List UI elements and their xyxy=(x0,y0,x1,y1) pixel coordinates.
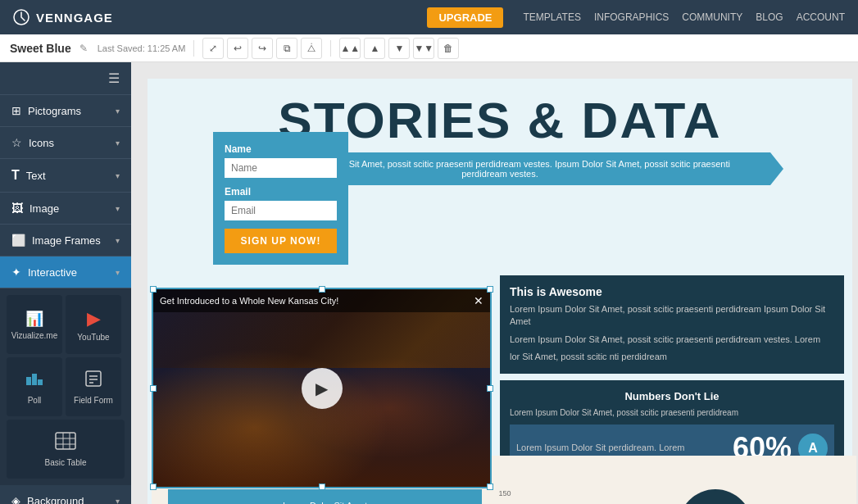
email-input[interactable] xyxy=(225,201,337,220)
video-title-bar: Get Introduced to a Whole New Kansas Cit… xyxy=(153,289,490,312)
speech-bubble: Ipsum Dolor Sit Amet xyxy=(679,489,752,504)
nav-community[interactable]: COMMUNITY xyxy=(682,11,742,23)
background-icon: ◈ xyxy=(11,494,20,504)
pictogram-content: Ipsum Dolor Sit Amet 2015 Ipsum Dolor Si… xyxy=(168,489,840,504)
video-title-text: Get Introduced to a Whole New Kansas Cit… xyxy=(160,296,338,306)
toolbar-delete[interactable]: 🗑 xyxy=(438,38,459,59)
toolbar-separator2 xyxy=(330,40,331,57)
vizualize-icon: 📊 xyxy=(25,310,43,328)
toolbar-send-backward[interactable]: ▼ xyxy=(388,38,410,59)
interactive-icon: ✦ xyxy=(11,266,21,279)
numbers-title: Numbers Don't Lie xyxy=(510,390,834,402)
toolbar-undo[interactable]: ↩ xyxy=(227,38,248,59)
toolbar-resize[interactable]: ⤢ xyxy=(202,38,224,59)
image-icon: 🖼 xyxy=(11,202,23,215)
chevron-down-icon: ▾ xyxy=(116,236,120,245)
toolbar-paste[interactable]: ⧊ xyxy=(301,38,322,59)
chevron-down-icon: ▾ xyxy=(116,138,120,148)
toolbar-redo[interactable]: ↪ xyxy=(252,38,273,59)
sub-item-youtube[interactable]: ▶ YouTube xyxy=(66,295,121,354)
sidebar-item-label: Icons xyxy=(29,137,54,149)
play-button[interactable]: ▶ xyxy=(302,368,343,409)
sidebar-item-label: Pictograms xyxy=(28,105,81,117)
editor-bar: Sweet Blue ✎ Last Saved: 11:25 AM ⤢ ↩ ↪ … xyxy=(0,34,858,62)
main-layout: ☰ ⊞ Pictograms ▾ ☆ Icons ▾ T Text ▾ xyxy=(0,62,858,504)
sidebar: ☰ ⊞ Pictograms ▾ ☆ Icons ▾ T Text ▾ xyxy=(0,62,131,504)
signup-button[interactable]: SIGN UP NOW! xyxy=(225,229,337,253)
sub-item-basic-table[interactable]: Basic Table xyxy=(7,420,125,479)
selection-handle-br[interactable] xyxy=(487,484,493,490)
chevron-down-icon: ▾ xyxy=(116,107,120,116)
year-block: Ipsum Dolor Sit Amet 2015 Ipsum Dolor Si… xyxy=(168,489,482,504)
sidebar-item-label: Image xyxy=(30,202,59,215)
logo: VENNGAGE xyxy=(13,9,113,25)
selection-handle-mr[interactable] xyxy=(487,385,493,392)
chevron-down-icon: ▾ xyxy=(116,204,120,213)
icons-icon: ☆ xyxy=(11,136,22,149)
sidebar-header: ☰ xyxy=(0,62,131,95)
basic-table-icon xyxy=(54,431,77,455)
field-form-icon xyxy=(84,369,103,393)
svg-rect-1 xyxy=(26,377,31,385)
poll-icon xyxy=(25,369,44,393)
chevron-down-icon: ▾ xyxy=(116,497,120,505)
sub-item-vizualize[interactable]: 📊 Vizualize.me xyxy=(7,295,62,354)
sidebar-item-text[interactable]: T Text ▾ xyxy=(0,159,131,193)
sidebar-item-label: Interactive xyxy=(28,266,77,279)
sub-item-poll[interactable]: Poll xyxy=(7,357,62,416)
toolbar-bring-front[interactable]: ▲▲ xyxy=(339,38,361,59)
svg-rect-2 xyxy=(32,374,37,385)
chevron-down-icon: ▾ xyxy=(116,268,120,277)
name-input[interactable] xyxy=(225,158,337,178)
numbers-text: Lorem Ipsum Dolor Sit Amet, possit sciti… xyxy=(510,407,834,418)
sidebar-item-label: Text xyxy=(26,170,46,182)
selection-handle-bl[interactable] xyxy=(150,484,157,490)
image-frames-icon: ⬜ xyxy=(11,234,25,247)
selection-handle-bm[interactable] xyxy=(319,484,325,490)
nav-templates[interactable]: TEMPLATES xyxy=(523,11,580,23)
edit-title-icon[interactable]: ✎ xyxy=(79,43,88,54)
sub-item-label: Basic Table xyxy=(45,458,87,467)
sidebar-item-image[interactable]: 🖼 Image ▾ xyxy=(0,193,131,225)
nav-infographics[interactable]: INFOGRAPHICS xyxy=(594,11,669,23)
selection-handle-ml[interactable] xyxy=(150,385,157,392)
video-inner: Get Introduced to a Whole New Kansas Cit… xyxy=(153,289,490,487)
selection-handle-tl[interactable] xyxy=(150,286,157,293)
sub-item-field-form[interactable]: Field Form xyxy=(66,357,121,416)
sidebar-item-image-frames[interactable]: ⬜ Image Frames ▾ xyxy=(0,225,131,257)
hamburger-icon[interactable]: ☰ xyxy=(108,70,120,86)
sidebar-item-icons[interactable]: ☆ Icons ▾ xyxy=(0,127,131,159)
interactive-sub-menu: 📊 Vizualize.me ▶ YouTube Poll Field Form xyxy=(0,288,131,485)
svg-rect-4 xyxy=(86,371,101,386)
video-close-icon[interactable]: ✕ xyxy=(474,294,483,307)
name-label: Name xyxy=(225,143,337,155)
nav-account[interactable]: ACCOUNT xyxy=(797,11,845,23)
svg-rect-8 xyxy=(56,433,75,449)
video-container[interactable]: Get Introduced to a Whole New Kansas Cit… xyxy=(152,288,492,488)
canvas-scroll[interactable]: STORIES & DATA Lorem Ipsum Dolor Sit Ame… xyxy=(131,62,858,504)
toolbar-bring-forward[interactable]: ▲ xyxy=(364,38,385,59)
sidebar-item-interactive[interactable]: ✦ Interactive ▾ xyxy=(0,257,131,288)
toolbar-copy[interactable]: ⧉ xyxy=(276,38,297,59)
top-nav: VENNGAGE UPGRADE TEMPLATES INFOGRAPHICS … xyxy=(0,0,858,34)
doc-title: Sweet Blue xyxy=(10,42,71,55)
sub-item-label: YouTube xyxy=(77,333,109,342)
sidebar-item-label: Background xyxy=(27,495,84,505)
canvas: STORIES & DATA Lorem Ipsum Dolor Sit Ame… xyxy=(148,79,852,504)
youtube-icon: ▶ xyxy=(87,308,101,329)
signup-form: Name Email SIGN UP NOW! xyxy=(213,132,348,265)
toolbar-send-back[interactable]: ▼▼ xyxy=(413,38,434,59)
chart-y-150: 150 xyxy=(498,489,511,497)
nav-blog[interactable]: BLOG xyxy=(756,11,783,23)
pictograms-icon: ⊞ xyxy=(11,104,21,117)
selection-handle-tm[interactable] xyxy=(319,286,325,293)
svg-rect-3 xyxy=(38,379,43,385)
text-icon: T xyxy=(11,168,20,183)
chevron-down-icon: ▾ xyxy=(116,171,120,180)
sidebar-item-pictograms[interactable]: ⊞ Pictograms ▾ xyxy=(0,95,131,127)
awesome-text2: Lorem Ipsum Dolor Sit Amet, possit sciti… xyxy=(510,334,834,346)
selection-handle-tr[interactable] xyxy=(487,286,493,293)
sidebar-item-background[interactable]: ◈ Background ▾ xyxy=(0,485,131,504)
upgrade-button[interactable]: UPGRADE xyxy=(427,7,503,28)
toolbar-separator xyxy=(193,40,194,57)
